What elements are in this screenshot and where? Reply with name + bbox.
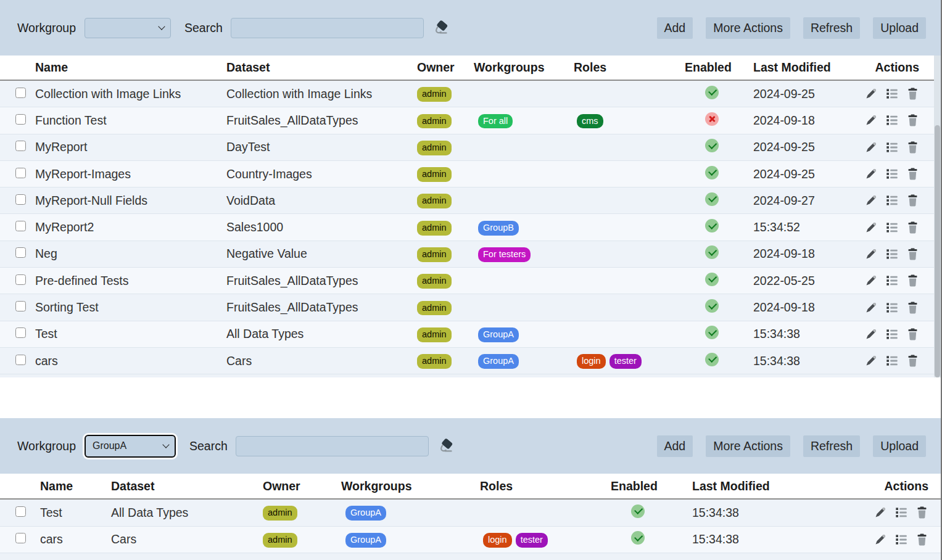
details-list-icon[interactable] xyxy=(885,141,899,154)
table-row[interactable]: Collection with Image Links Collection w… xyxy=(0,81,934,107)
workgroup-select[interactable] xyxy=(85,18,171,38)
table-row[interactable]: MyReport2 Sales1000 admin GroupB 15:34:5… xyxy=(0,214,934,241)
details-list-icon[interactable] xyxy=(885,113,899,127)
row-checkbox[interactable] xyxy=(15,301,26,311)
delete-trash-icon[interactable] xyxy=(906,194,919,207)
delete-trash-icon[interactable] xyxy=(906,247,919,261)
enabled-status-icon xyxy=(705,245,719,259)
chevron-down-icon xyxy=(158,23,165,30)
dataset-name: FruitSales_AllDataTypes xyxy=(226,300,407,315)
row-checkbox[interactable] xyxy=(15,355,26,365)
row-checkbox[interactable] xyxy=(15,533,26,543)
details-list-icon[interactable] xyxy=(885,247,899,261)
row-checkbox[interactable] xyxy=(15,168,26,178)
table-row[interactable]: MyReport-Null Fields VoidData admin 2024… xyxy=(0,187,934,214)
delete-trash-icon[interactable] xyxy=(906,354,919,368)
delete-trash-icon[interactable] xyxy=(906,274,919,287)
edit-pencil-icon[interactable] xyxy=(864,167,878,181)
row-checkbox[interactable] xyxy=(15,327,26,338)
workgroup-select[interactable]: GroupA xyxy=(85,435,176,458)
header-enabled: Enabled xyxy=(685,60,753,75)
vertical-scrollbar[interactable] xyxy=(934,56,941,377)
reports-table: Name Dataset Owner Workgroups Roles Enab… xyxy=(0,474,941,560)
edit-pencil-icon[interactable] xyxy=(864,194,878,207)
row-checkbox[interactable] xyxy=(15,88,26,98)
last-modified-value: 15:34:38 xyxy=(692,532,802,546)
details-list-icon[interactable] xyxy=(885,221,899,234)
dataset-name: DayTest xyxy=(226,140,407,154)
table-row[interactable]: MyReport DayTest admin 2024-09-25 xyxy=(0,134,934,161)
delete-trash-icon[interactable] xyxy=(906,113,919,127)
edit-pencil-icon[interactable] xyxy=(864,301,878,315)
clear-search-eraser-icon[interactable] xyxy=(436,435,457,456)
table-row[interactable]: MyReport-Images Country-Images admin 202… xyxy=(0,161,934,187)
search-input[interactable] xyxy=(231,18,424,38)
table-row[interactable]: Function Test FruitSales_AllDataTypes ad… xyxy=(0,107,934,134)
edit-pencil-icon[interactable] xyxy=(874,506,887,519)
delete-trash-icon[interactable] xyxy=(906,221,919,234)
add-button[interactable]: Add xyxy=(657,435,693,457)
header-actions: Actions xyxy=(802,479,941,493)
details-list-icon[interactable] xyxy=(885,327,899,341)
workgroup-badge: GroupA xyxy=(345,533,386,548)
report-name: MyReport-Null Fields xyxy=(35,194,226,208)
edit-pencil-icon[interactable] xyxy=(864,221,878,234)
delete-trash-icon[interactable] xyxy=(915,506,928,519)
header-name: Name xyxy=(35,479,111,493)
details-list-icon[interactable] xyxy=(885,354,899,368)
more-actions-button[interactable]: More Actions xyxy=(706,17,790,39)
delete-trash-icon[interactable] xyxy=(906,167,919,181)
edit-pencil-icon[interactable] xyxy=(864,274,878,287)
add-button[interactable]: Add xyxy=(657,17,693,39)
table-row[interactable]: Neg Negative Value admin For testers 202… xyxy=(0,241,934,268)
edit-pencil-icon[interactable] xyxy=(864,141,878,154)
last-modified-value: 2024-09-25 xyxy=(753,87,857,101)
delete-trash-icon[interactable] xyxy=(906,327,919,341)
details-list-icon[interactable] xyxy=(885,167,899,181)
dataset-name: Collection with Image Links xyxy=(226,87,407,101)
table-row[interactable]: Test All Data Types admin GroupA 15:34:3… xyxy=(0,500,941,526)
row-checkbox[interactable] xyxy=(15,221,26,231)
edit-pencil-icon[interactable] xyxy=(864,354,878,368)
details-list-icon[interactable] xyxy=(894,506,908,519)
table-row[interactable]: Sorting Test FruitSales_AllDataTypes adm… xyxy=(0,294,934,321)
table-row[interactable]: Pre-defined Tests FruitSales_AllDataType… xyxy=(0,268,934,294)
row-checkbox[interactable] xyxy=(15,114,26,125)
owner-badge: admin xyxy=(417,87,452,102)
row-checkbox[interactable] xyxy=(15,194,26,205)
search-input[interactable] xyxy=(236,436,429,456)
dataset-name: FruitSales_AllDataTypes xyxy=(226,274,407,288)
details-list-icon[interactable] xyxy=(885,274,899,287)
details-list-icon[interactable] xyxy=(885,301,899,315)
refresh-button[interactable]: Refresh xyxy=(803,435,860,457)
report-name: cars xyxy=(35,354,226,368)
row-checkbox[interactable] xyxy=(15,247,26,258)
upload-button[interactable]: Upload xyxy=(873,435,926,457)
table-row[interactable]: Test All Data Types admin GroupA 15:34:3… xyxy=(0,321,934,348)
refresh-button[interactable]: Refresh xyxy=(803,17,860,39)
details-list-icon[interactable] xyxy=(894,533,908,546)
row-checkbox[interactable] xyxy=(15,141,26,151)
details-list-icon[interactable] xyxy=(885,87,899,101)
delete-trash-icon[interactable] xyxy=(915,533,928,546)
delete-trash-icon[interactable] xyxy=(906,141,919,154)
details-list-icon[interactable] xyxy=(885,194,899,207)
owner-badge: admin xyxy=(417,167,452,182)
edit-pencil-icon[interactable] xyxy=(864,113,878,127)
delete-trash-icon[interactable] xyxy=(906,301,919,315)
scrollbar-thumb[interactable] xyxy=(935,125,940,377)
clear-search-eraser-icon[interactable] xyxy=(431,17,452,38)
table-row[interactable]: cars Cars admin GroupA logintester 15:34… xyxy=(0,527,941,553)
more-actions-button[interactable]: More Actions xyxy=(706,435,790,457)
edit-pencil-icon[interactable] xyxy=(864,327,878,341)
edit-pencil-icon[interactable] xyxy=(864,247,878,261)
table-row[interactable]: cars Cars admin GroupA logintester 15:34… xyxy=(0,348,934,374)
edit-pencil-icon[interactable] xyxy=(864,87,878,101)
upload-button[interactable]: Upload xyxy=(873,17,926,39)
edit-pencil-icon[interactable] xyxy=(874,533,887,546)
header-actions: Actions xyxy=(857,60,934,75)
row-checkbox[interactable] xyxy=(15,274,26,285)
delete-trash-icon[interactable] xyxy=(906,87,919,101)
role-badges: logintester xyxy=(574,353,685,369)
row-checkbox[interactable] xyxy=(15,506,26,517)
